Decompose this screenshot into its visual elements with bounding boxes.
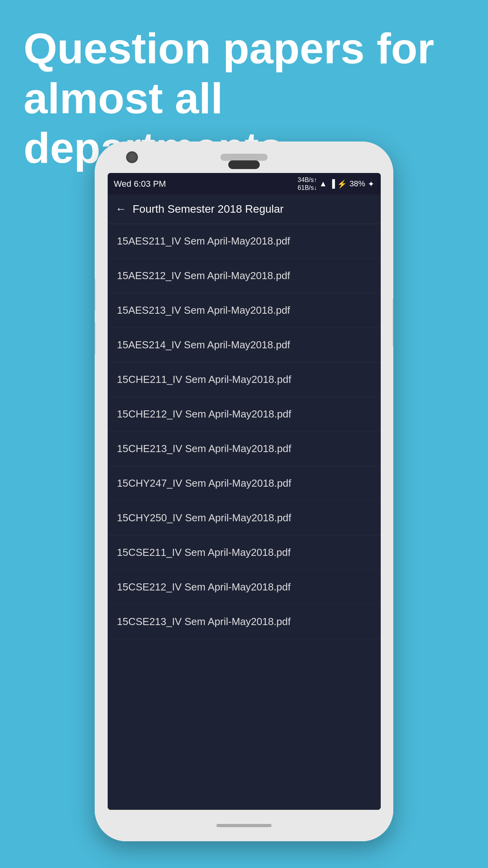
file-name: 15CHY250_IV Sem April-May2018.pdf <box>117 512 292 524</box>
list-item[interactable]: 15CSE211_IV Sem April-May2018.pdf <box>108 535 381 570</box>
list-item[interactable]: 15CSE213_IV Sem April-May2018.pdf <box>108 605 381 639</box>
list-item[interactable]: 15CHE213_IV Sem April-May2018.pdf <box>108 432 381 466</box>
volume-down-button <box>95 322 95 354</box>
battery-level: 38% <box>349 179 365 188</box>
list-item[interactable]: 15CHY250_IV Sem April-May2018.pdf <box>108 501 381 535</box>
camera-icon <box>126 151 138 163</box>
earpiece <box>228 160 260 169</box>
extra-icon: ✦ <box>368 179 374 189</box>
phone-top <box>95 142 393 173</box>
toolbar-title: Fourth Semester 2018 Regular <box>133 203 284 215</box>
file-name: 15CHE211_IV Sem April-May2018.pdf <box>117 373 292 385</box>
file-name: 15CSE211_IV Sem April-May2018.pdf <box>117 546 291 558</box>
phone-screen: Wed 6:03 PM 34B/s↑ 61B/s↓ ▲ ▐ ⚡ 38% ✦ ← … <box>108 173 381 810</box>
file-name: 15CHY247_IV Sem April-May2018.pdf <box>117 477 292 489</box>
list-item[interactable]: 15AES213_IV Sem April-May2018.pdf <box>108 293 381 328</box>
signal-icon: ▐ <box>329 179 335 188</box>
file-name: 15CHE212_IV Sem April-May2018.pdf <box>117 408 292 420</box>
power-button <box>393 299 393 346</box>
file-name: 15AES212_IV Sem April-May2018.pdf <box>117 270 290 281</box>
battery-charging-icon: ⚡ <box>337 179 347 189</box>
volume-up-button <box>95 279 95 311</box>
list-item[interactable]: 15AES211_IV Sem April-May2018.pdf <box>108 224 381 259</box>
list-item[interactable]: 15AES214_IV Sem April-May2018.pdf <box>108 328 381 362</box>
home-indicator <box>216 824 272 827</box>
file-name: 15AES211_IV Sem April-May2018.pdf <box>117 235 290 247</box>
speaker-grille <box>220 154 268 161</box>
list-item[interactable]: 15CHY247_IV Sem April-May2018.pdf <box>108 466 381 501</box>
list-item[interactable]: 15CSE212_IV Sem April-May2018.pdf <box>108 570 381 605</box>
list-item[interactable]: 15AES212_IV Sem April-May2018.pdf <box>108 259 381 293</box>
network-speed: 34B/s↑ 61B/s↓ <box>298 176 317 191</box>
phone-frame: Wed 6:03 PM 34B/s↑ 61B/s↓ ▲ ▐ ⚡ 38% ✦ ← … <box>95 142 393 841</box>
back-button[interactable]: ← <box>116 203 127 215</box>
file-name: 15CHE213_IV Sem April-May2018.pdf <box>117 443 292 454</box>
status-time: Wed 6:03 PM <box>114 179 166 189</box>
status-bar: Wed 6:03 PM 34B/s↑ 61B/s↓ ▲ ▐ ⚡ 38% ✦ <box>108 173 381 195</box>
app-toolbar: ← Fourth Semester 2018 Regular <box>108 195 381 224</box>
list-item[interactable]: 15CHE211_IV Sem April-May2018.pdf <box>108 362 381 397</box>
file-name: 15AES213_IV Sem April-May2018.pdf <box>117 304 290 316</box>
status-right: 34B/s↑ 61B/s↓ ▲ ▐ ⚡ 38% ✦ <box>298 176 374 191</box>
file-name: 15CSE213_IV Sem April-May2018.pdf <box>117 616 291 627</box>
file-list: 15AES211_IV Sem April-May2018.pdf15AES21… <box>108 224 381 810</box>
phone-bottom <box>95 810 393 841</box>
file-name: 15AES214_IV Sem April-May2018.pdf <box>117 339 290 351</box>
file-name: 15CSE212_IV Sem April-May2018.pdf <box>117 581 291 593</box>
wifi-icon: ▲ <box>319 179 327 188</box>
list-item[interactable]: 15CHE212_IV Sem April-May2018.pdf <box>108 397 381 432</box>
